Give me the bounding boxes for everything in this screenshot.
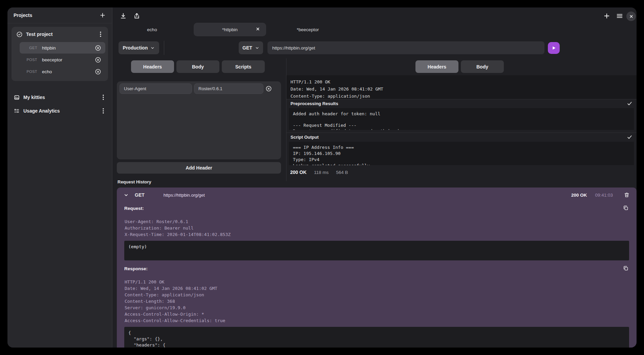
script-output-line: IP: 195.146.105.90 [293,151,630,157]
import-button[interactable] [119,12,127,20]
close-icon [629,14,634,19]
history-response-headers: HTTP/1.1 200 OK Date: Wed, 14 Jan 2026 0… [125,279,225,324]
trash-icon [624,192,630,198]
tab-httpbin[interactable]: *httpbin [191,22,269,37]
add-project-button[interactable] [99,12,106,19]
headers-panel [117,81,281,159]
tab-headers[interactable]: Headers [131,60,174,73]
method-dropdown[interactable]: GET [239,41,263,54]
script-output-line: Type: IPv4 [293,157,630,163]
method-label: GET [242,45,252,51]
sidebar-item-usage-analytics[interactable]: Usage Analytics [7,105,112,117]
my-kitties-menu-button[interactable] [101,94,106,100]
close-window-button[interactable] [626,12,636,21]
sidebar-request-beeceptor[interactable]: POST beeceptor [20,54,105,65]
preprocessing-section-header: Preprocessing Results [286,99,637,108]
send-request-button[interactable] [548,42,560,54]
tab-beeceptor[interactable]: *beeceptor [269,22,347,37]
tab-label: *beeceptor [297,27,319,32]
export-button[interactable] [133,12,141,20]
request-method-label: POST [24,58,37,62]
tab-label: *httpbin [222,27,238,32]
history-url: https://httpbin.org/get [164,193,568,198]
response-headers-terminal: HTTP/1.1 200 OKDate: Wed, 14 Jan 2026 08… [286,75,637,99]
project-check-icon [16,31,23,38]
remove-request-button[interactable] [95,68,101,75]
response-header-line: HTTP/1.1 200 OK [291,78,632,85]
kebab-menu-icon [101,108,106,114]
project-header[interactable]: Test project [12,27,108,42]
script-output-title: Script Output [291,135,627,140]
tab-label: echo [147,27,157,32]
image-icon [14,94,20,101]
chevron-down-icon [255,46,259,50]
tab-headers[interactable]: Headers [415,60,458,73]
tab-scripts[interactable]: Scripts [222,60,265,73]
sidebar: Projects Test project GET httpbin POST b… [7,7,112,348]
sidebar-item-label: Usage Analytics [23,108,97,114]
project-request-list: GET httpbin POST beeceptor POST echo [12,42,108,77]
script-output-section-header: Script Output [286,133,637,141]
response-body-box: { "args": {}, "headers": { [124,327,629,348]
add-header-button[interactable]: Add Header [117,162,281,174]
sidebar-request-echo[interactable]: POST echo [20,66,105,77]
script-output-line: Lookup completed successfully [293,163,630,165]
new-tab-button[interactable] [603,12,611,20]
history-method: GET [135,192,145,198]
header-row [117,81,281,94]
projects-title: Projects [14,13,99,18]
request-method-label: GET [24,46,37,50]
status-size: 564 B [336,170,348,175]
request-name-label: beeceptor [42,57,95,62]
copy-icon [623,205,629,211]
sidebar-item-my-kitties[interactable]: My kitties [7,92,112,103]
tab-body[interactable]: Body [176,60,219,73]
preprocessing-line [293,117,630,122]
kebab-menu-icon [101,94,106,100]
menu-button[interactable] [616,12,624,20]
close-icon [256,27,260,31]
request-section-label: Request: [124,206,144,211]
request-method-label: POST [24,70,37,74]
tab-body[interactable]: Body [461,60,504,73]
sidebar-request-httpbin[interactable]: GET httpbin [20,42,105,54]
project-menu-button[interactable] [98,31,103,37]
history-entry: GET https://httpbin.org/get 200 OK 09:41… [117,188,637,348]
kebab-menu-icon [98,31,103,37]
sidebar-header: Projects [7,7,112,23]
history-status: 200 OK [571,193,587,198]
response-header-line: Content-Type: application/json [291,93,632,99]
download-icon [120,12,127,20]
remove-icon [95,68,101,75]
status-duration: 118 ms [314,170,328,175]
request-name-label: httpbin [42,45,95,51]
preprocessing-line: --- Request Modified --- [293,122,630,128]
close-tab-button[interactable] [256,27,260,31]
remove-request-button[interactable] [95,57,101,63]
header-value-input[interactable] [194,83,263,94]
script-output-line: === IP Address Info === [293,144,630,151]
script-output-box: === IP Address Info ===IP: 195.146.105.9… [289,142,634,165]
usage-analytics-menu-button[interactable] [101,108,106,114]
header-rows [117,81,281,94]
response-section-label: Response: [124,266,148,271]
copy-response-button[interactable] [622,265,629,272]
copy-icon [623,265,629,271]
response-body-line: "headers": { [128,342,625,348]
remove-request-button[interactable] [95,45,101,51]
remove-header-button[interactable] [265,85,272,92]
history-entry-header[interactable]: GET https://httpbin.org/get 200 OK 09:41… [117,188,637,202]
preprocessing-line: Added auth header for token: null [293,111,630,117]
copy-request-button[interactable] [622,204,629,211]
hamburger-icon [616,12,623,20]
url-input[interactable] [267,41,544,54]
request-history-title: Request History [117,179,151,184]
response-viewer-tabs: Headers Body [415,60,504,73]
delete-history-button[interactable] [624,192,630,198]
tab-echo[interactable]: echo [113,22,191,37]
header-key-input[interactable] [120,83,192,94]
success-check-icon [627,101,632,106]
preprocessing-title: Preprocessing Results [291,101,627,106]
environment-dropdown[interactable]: Production [119,41,159,54]
toolbar-divider [164,41,164,55]
